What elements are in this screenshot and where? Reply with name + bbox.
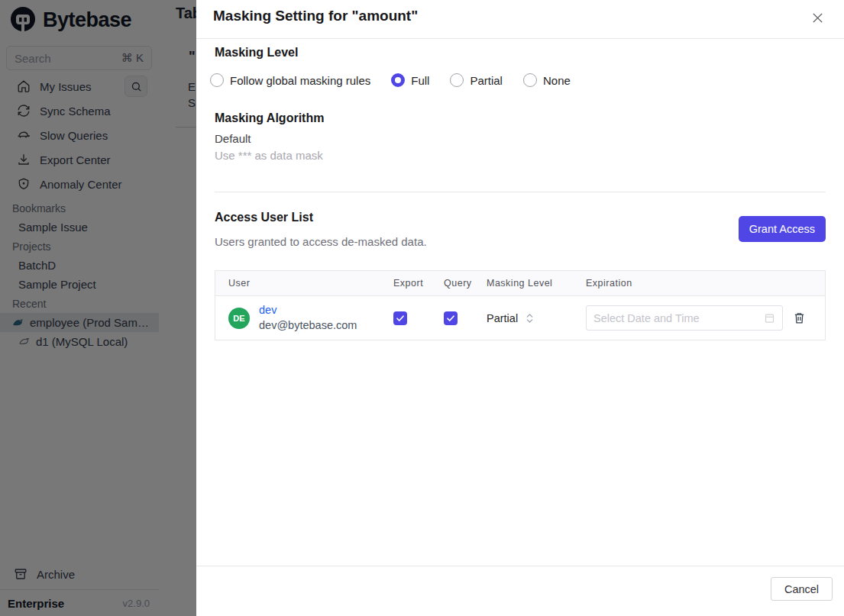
masking-algorithm-heading: Masking Algorithm (215, 111, 324, 125)
chevron-updown-icon (525, 313, 534, 324)
delete-access-button[interactable] (793, 311, 806, 324)
radio-label[interactable]: Full (411, 74, 429, 87)
user-cell: DE dev dev@bytebase.com (215, 303, 380, 333)
masking-algorithm-description: Use *** as data mask (215, 149, 323, 162)
masking-level-cell: Partial (474, 312, 573, 324)
masking-level-heading: Masking Level (215, 46, 298, 60)
radio-option-full[interactable]: Full (391, 73, 429, 87)
calendar-icon (764, 312, 775, 324)
radio-option-partial[interactable]: Partial (450, 73, 503, 87)
export-cell (380, 311, 431, 325)
radio-option-follow-global[interactable]: Follow global masking rules (210, 73, 370, 87)
radio-option-none[interactable]: None (523, 73, 571, 87)
radio-selected-icon[interactable] (391, 73, 405, 87)
access-user-list-heading: Access User List (215, 211, 313, 224)
table-header-row: User Export Query Masking Level Expirati… (215, 271, 825, 296)
checkmark-icon (396, 314, 405, 323)
grant-access-button[interactable]: Grant Access (739, 216, 826, 242)
masking-level-value: Partial (487, 312, 518, 324)
user-email: dev@bytebase.com (259, 318, 357, 334)
modal-header-divider (196, 38, 844, 39)
radio-unselected-icon[interactable] (450, 73, 464, 87)
radio-unselected-icon[interactable] (523, 73, 537, 87)
radio-label[interactable]: None (543, 74, 571, 87)
query-checkbox[interactable] (444, 311, 458, 325)
col-header-query: Query (431, 271, 474, 295)
masking-level-select[interactable]: Partial (487, 312, 534, 324)
table-row: DE dev dev@bytebase.com Partial (215, 296, 825, 340)
cancel-button[interactable]: Cancel (771, 577, 833, 601)
avatar: DE (228, 308, 250, 329)
access-user-table: User Export Query Masking Level Expirati… (215, 270, 826, 340)
masking-level-radio-group: Follow global masking rules Full Partial… (210, 73, 571, 87)
masking-setting-modal: Masking Setting for "amount" Masking Lev… (196, 0, 844, 616)
col-header-export: Export (380, 271, 431, 295)
close-icon (811, 11, 824, 24)
checkmark-icon (446, 314, 455, 323)
masking-algorithm-value: Default (215, 132, 251, 145)
close-button[interactable] (808, 8, 826, 27)
modal-footer-divider (196, 566, 844, 566)
modal-title: Masking Setting for "amount" (213, 8, 418, 24)
col-header-expiration: Expiration (573, 271, 825, 295)
query-cell (431, 311, 474, 325)
user-name-link[interactable]: dev (259, 303, 357, 318)
expiration-date-input-wrap[interactable] (586, 305, 783, 331)
expiration-cell (573, 305, 825, 331)
export-checkbox[interactable] (393, 311, 407, 325)
access-user-list-description: Users granted to access de-masked data. (215, 235, 427, 248)
expiration-date-input[interactable] (593, 312, 764, 324)
radio-label[interactable]: Partial (470, 74, 503, 87)
col-header-masking-level: Masking Level (474, 271, 573, 295)
col-header-user: User (215, 271, 380, 295)
trash-icon (793, 311, 806, 324)
radio-label[interactable]: Follow global masking rules (230, 74, 370, 87)
section-divider (215, 192, 826, 192)
radio-unselected-icon[interactable] (210, 73, 224, 87)
